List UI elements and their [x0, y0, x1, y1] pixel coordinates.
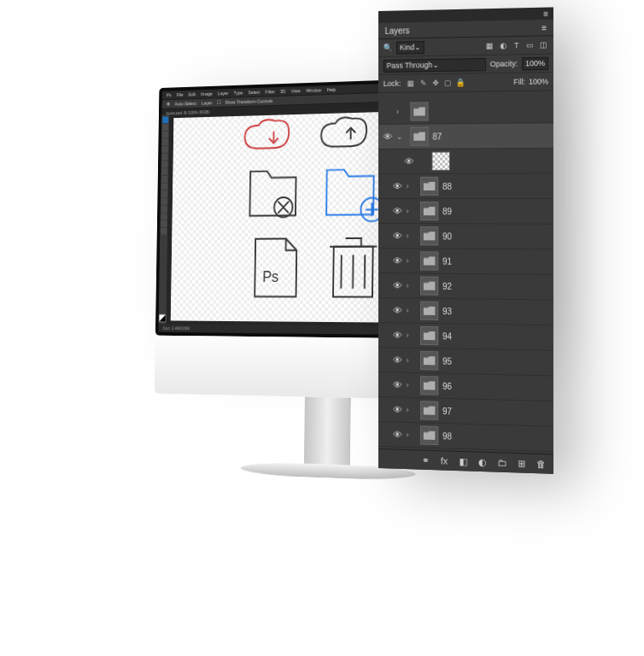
expand-toggle[interactable]: ›	[407, 182, 417, 190]
adjustment-layer-icon[interactable]: ◐	[477, 456, 489, 469]
delete-layer-icon[interactable]: 🗑	[535, 458, 547, 471]
layer-mask-icon[interactable]: ◧	[458, 455, 470, 468]
menu-layer[interactable]: Layer	[218, 91, 228, 96]
layer-name[interactable]: 89	[442, 207, 452, 216]
pen-tool[interactable]	[161, 190, 167, 197]
opacity-field[interactable]: 100%	[522, 56, 548, 70]
visibility-toggle[interactable]: 👁	[388, 429, 406, 440]
shape-tool[interactable]	[161, 213, 167, 220]
lock-transparency-icon[interactable]: ▦	[406, 78, 416, 88]
expand-toggle[interactable]: ›	[407, 430, 417, 439]
filter-adjust-icon[interactable]: ◐	[499, 41, 508, 50]
visibility-toggle[interactable]: 👁	[388, 181, 406, 191]
eraser-tool[interactable]	[161, 176, 167, 183]
crop-tool[interactable]	[162, 146, 168, 153]
layer-thumbnail[interactable]	[420, 401, 438, 420]
visibility-toggle[interactable]: 👁	[388, 379, 406, 390]
link-layers-icon[interactable]: ⚭	[419, 454, 431, 467]
type-tool[interactable]	[161, 198, 167, 205]
wand-tool[interactable]	[162, 138, 168, 145]
menu-3d[interactable]: 3D	[280, 89, 285, 94]
layer-row[interactable]: 👁›90	[378, 224, 553, 249]
expand-toggle[interactable]: ›	[396, 108, 407, 116]
menu-type[interactable]: Type	[234, 91, 243, 96]
new-layer-icon[interactable]: ⊞	[515, 457, 527, 470]
expand-toggle[interactable]: ›	[407, 256, 417, 265]
menu-window[interactable]: Window	[306, 87, 321, 93]
visibility-toggle[interactable]: 👁	[388, 404, 406, 415]
visibility-toggle[interactable]: 👁	[378, 132, 396, 142]
visibility-toggle[interactable]: 👁	[388, 354, 406, 365]
layer-thumbnail[interactable]	[420, 326, 438, 346]
autoselect-dropdown[interactable]: Layer	[202, 100, 212, 105]
layer-name[interactable]: 90	[442, 231, 452, 241]
panel-menu-icon[interactable]: ≡	[542, 22, 547, 32]
visibility-toggle[interactable]: 👁	[388, 206, 406, 216]
layer-thumbnail[interactable]	[420, 276, 438, 295]
filter-smart-icon[interactable]: ◫	[539, 40, 548, 50]
layer-row[interactable]: 👁⌄87	[378, 123, 553, 149]
lock-artboard-icon[interactable]: ▢	[443, 78, 454, 88]
move-tool[interactable]	[162, 116, 168, 123]
layer-name[interactable]: 94	[442, 331, 452, 341]
expand-toggle[interactable]: ›	[407, 306, 417, 314]
eyedropper-tool[interactable]	[161, 154, 167, 161]
expand-toggle[interactable]: ⌄	[396, 132, 407, 141]
layer-name[interactable]: 95	[442, 356, 452, 366]
layer-row[interactable]: 👁›93	[378, 298, 553, 325]
layer-row[interactable]: 👁	[378, 149, 553, 174]
hand-tool[interactable]	[161, 220, 167, 227]
layer-thumbnail[interactable]	[420, 302, 438, 320]
layer-thumbnail[interactable]	[420, 425, 438, 445]
fill-field[interactable]: 100%	[529, 77, 548, 86]
path-tool[interactable]	[161, 206, 167, 213]
gradient-tool[interactable]	[161, 184, 167, 190]
blend-mode-dropdown[interactable]: Pass Through ⌄	[383, 57, 486, 72]
layer-row[interactable]: 👁›88	[378, 174, 553, 200]
layer-thumbnail[interactable]	[420, 226, 438, 245]
layers-panel[interactable]: ≡ Layers ≡ 🔍 Kind ⌄ ▦ ◐ T ▭ ◫ Pass	[378, 7, 553, 473]
visibility-toggle[interactable]: 👁	[388, 255, 406, 266]
filter-pixel-icon[interactable]: ▦	[485, 41, 495, 50]
visibility-toggle[interactable]: 👁	[388, 330, 406, 340]
visibility-toggle[interactable]: 👁	[388, 231, 406, 241]
layer-name[interactable]: 97	[442, 406, 452, 415]
filter-shape-icon[interactable]: ▭	[525, 40, 535, 50]
layer-name[interactable]: 87	[432, 132, 442, 141]
menu-help[interactable]: Help	[327, 87, 337, 92]
lock-image-icon[interactable]: ✎	[419, 78, 429, 88]
layer-thumbnail[interactable]	[420, 251, 438, 270]
search-icon[interactable]: 🔍	[383, 44, 393, 52]
lock-position-icon[interactable]: ✥	[430, 78, 441, 88]
layer-row[interactable]: 👁›92	[378, 273, 553, 301]
layer-thumbnail[interactable]	[420, 177, 438, 196]
blend-row[interactable]: Pass Through ⌄ Opacity: 100%	[378, 55, 553, 75]
layer-list[interactable]: ›👁⌄87👁👁›88👁›89👁›90👁›91👁›92👁›93👁›94👁›95👁›…	[378, 98, 553, 455]
layer-thumbnail[interactable]	[420, 351, 438, 371]
lasso-tool[interactable]	[162, 132, 168, 138]
layer-name[interactable]: 91	[442, 256, 452, 266]
expand-toggle[interactable]: ›	[407, 207, 417, 215]
layer-name[interactable]: 92	[442, 281, 452, 290]
visibility-toggle[interactable]: 👁	[388, 305, 406, 315]
expand-toggle[interactable]: ›	[407, 356, 417, 365]
menu-file[interactable]: File	[177, 92, 184, 97]
menu-edit[interactable]: Edit	[189, 91, 196, 97]
visibility-toggle[interactable]: 👁	[388, 280, 406, 290]
panel-menu-icon[interactable]: ≡	[543, 9, 548, 18]
expand-toggle[interactable]: ›	[407, 231, 417, 240]
clone-tool[interactable]	[161, 168, 167, 175]
expand-toggle[interactable]: ›	[407, 381, 417, 390]
expand-toggle[interactable]: ›	[407, 406, 417, 414]
expand-toggle[interactable]: ›	[407, 281, 417, 290]
new-group-icon[interactable]: 🗀	[496, 456, 508, 469]
layer-style-icon[interactable]: fx	[438, 454, 450, 467]
show-transform-checkbox[interactable]: ☐	[217, 100, 221, 105]
layer-thumbnail[interactable]	[432, 152, 450, 171]
menu-view[interactable]: View	[291, 88, 301, 93]
brush-tool[interactable]	[161, 161, 167, 168]
menu-select[interactable]: Select	[249, 90, 261, 95]
menu-image[interactable]: Image	[201, 91, 213, 97]
filter-kind-dropdown[interactable]: Kind ⌄	[396, 40, 424, 54]
layer-name[interactable]: 98	[442, 431, 452, 441]
